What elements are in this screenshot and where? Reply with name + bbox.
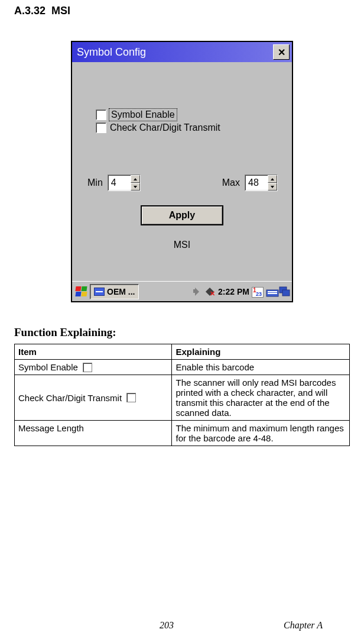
table-row: Check Char/Digit Transmit The scanner wi… [15, 375, 350, 421]
svg-rect-8 [282, 290, 290, 296]
header-explaining: Explaining [172, 344, 350, 360]
page-footer: 203 Chapter A [0, 620, 364, 631]
taskbar-app-label: OEM ... [107, 287, 135, 296]
min-up-button[interactable] [131, 175, 140, 183]
check-char-label: Check Char/Digit Transmit [110, 122, 220, 133]
symbol-enable-row: Symbol Enable [96, 109, 278, 120]
section-heading: A.3.32 MSI [14, 5, 350, 17]
system-tray: 2:22 PM 23 [192, 286, 290, 298]
min-input[interactable]: 4 [108, 175, 131, 191]
svg-marker-2 [271, 178, 274, 180]
min-spinner-buttons [131, 175, 140, 191]
item-cell: Message Length [15, 421, 172, 446]
clock[interactable]: 2:22 PM [218, 287, 249, 296]
taskbar: OEM ... 2:22 PM 23 [72, 281, 292, 301]
checkbox-icon [126, 393, 136, 402]
close-button[interactable]: ✕ [273, 44, 290, 60]
svg-marker-0 [134, 178, 137, 180]
max-down-button[interactable] [268, 183, 277, 191]
max-label: Max [222, 178, 240, 188]
max-up-button[interactable] [268, 175, 277, 183]
min-down-button[interactable] [131, 183, 140, 191]
symbol-enable-checkbox[interactable] [96, 109, 106, 120]
svg-marker-3 [271, 186, 274, 188]
calendar-icon[interactable]: 23 [252, 286, 264, 298]
item-cell: Symbol Enable [15, 360, 172, 375]
symbol-enable-label: Symbol Enable [110, 109, 176, 120]
svg-rect-5 [268, 291, 277, 292]
min-label: Min [87, 178, 103, 188]
volume-icon[interactable] [192, 286, 203, 297]
table-row: Message Length The minimum and maximum l… [15, 421, 350, 446]
chapter-label: Chapter A [284, 620, 323, 631]
check-char-checkbox[interactable] [96, 122, 106, 133]
max-spinner-buttons [268, 175, 277, 191]
min-max-row: Min 4 Max 48 [87, 175, 278, 191]
dialog-body: Symbol Enable Check Char/Digit Transmit … [72, 62, 292, 281]
cascade-windows-icon[interactable] [279, 286, 290, 297]
page-number: 203 [160, 620, 174, 631]
start-button[interactable] [74, 286, 89, 298]
function-explaining-heading: Function Explaining: [14, 326, 350, 339]
dialog-footer-label: MSI [86, 240, 278, 250]
section-number: A.3.32 [14, 5, 46, 17]
min-spinner[interactable]: 4 [108, 175, 141, 191]
keyboard-icon[interactable] [266, 286, 277, 297]
max-input[interactable]: 48 [245, 175, 268, 191]
table-header-row: Item Explaining [15, 344, 350, 360]
checkbox-icon [83, 363, 92, 372]
explaining-cell: The minimum and maximum length ranges fo… [172, 421, 350, 446]
apply-button[interactable]: Apply [141, 205, 223, 225]
explaining-cell: The scanner will only read MSI barcodes … [172, 375, 350, 421]
title-bar: Symbol Config ✕ [72, 42, 292, 62]
header-item: Item [15, 344, 172, 360]
oem-icon [94, 288, 105, 296]
section-title: MSI [51, 5, 70, 17]
taskbar-app-button[interactable]: OEM ... [90, 284, 139, 299]
symbol-config-dialog: Symbol Config ✕ Symbol Enable Check Char… [71, 41, 293, 302]
svg-marker-1 [134, 186, 137, 188]
network-icon[interactable] [205, 286, 216, 297]
max-spinner[interactable]: 48 [245, 175, 278, 191]
table-row: Symbol Enable Enable this barcode [15, 360, 350, 375]
function-explaining-table: Item Explaining Symbol Enable Enable thi… [14, 344, 350, 446]
svg-rect-6 [268, 293, 277, 294]
dialog-title: Symbol Config [77, 46, 146, 59]
explaining-cell: Enable this barcode [172, 360, 350, 375]
check-char-row: Check Char/Digit Transmit [96, 122, 278, 133]
item-cell: Check Char/Digit Transmit [15, 375, 172, 421]
close-icon: ✕ [278, 47, 285, 58]
